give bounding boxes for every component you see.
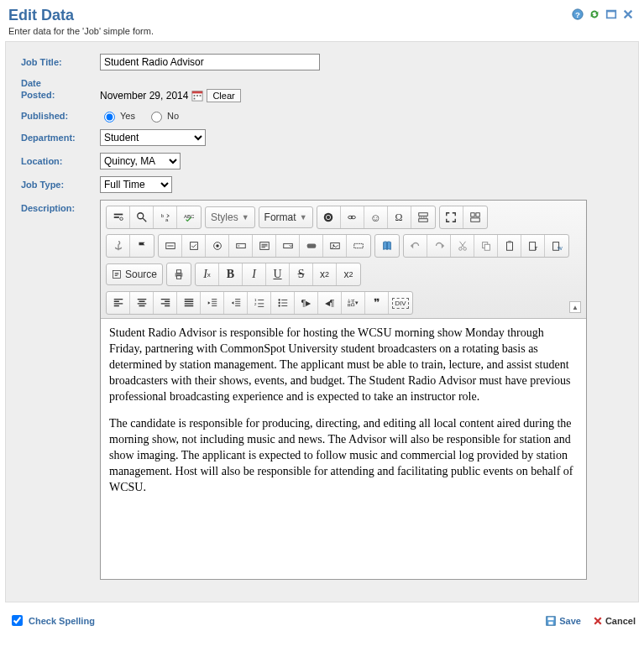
location-select[interactable]: Quincy, MA — [100, 153, 181, 169]
description-p1: Student Radio Advisor is responsible for… — [109, 326, 578, 404]
source-button[interactable]: Source — [106, 263, 163, 285]
textfield-icon[interactable] — [229, 235, 253, 257]
print-icon[interactable] — [167, 263, 191, 285]
label-location: Location: — [21, 156, 100, 166]
emoji-icon[interactable]: ☺ — [364, 206, 388, 228]
checkbox-icon[interactable] — [182, 235, 206, 257]
replace-icon[interactable]: ba — [154, 206, 177, 228]
paste-icon[interactable] — [498, 235, 521, 257]
image-button-icon[interactable] — [323, 235, 347, 257]
svg-rect-35 — [354, 243, 364, 248]
published-no-radio[interactable]: No — [147, 109, 179, 123]
show-blocks-icon[interactable] — [463, 206, 487, 228]
textarea-icon[interactable] — [253, 235, 276, 257]
svg-rect-23 — [475, 213, 479, 216]
svg-text:ABC: ABC — [184, 213, 195, 219]
outdent-icon[interactable] — [201, 292, 224, 314]
subscript-button[interactable]: x2 — [313, 263, 337, 285]
form-body: Job Title: DatePosted: November 29, 2014… — [5, 41, 639, 602]
svg-rect-29 — [236, 243, 245, 248]
anchor-icon[interactable] — [107, 235, 130, 257]
align-left-icon[interactable] — [107, 292, 130, 314]
radio-icon[interactable] — [206, 235, 229, 257]
button-form-icon[interactable] — [300, 235, 323, 257]
bold-button[interactable]: B — [219, 263, 243, 285]
check-spelling-checkbox[interactable]: Check Spelling — [8, 613, 95, 628]
clear-date-button[interactable]: Clear — [207, 89, 240, 102]
indent-icon[interactable] — [224, 292, 248, 314]
bullet-list-icon[interactable] — [271, 292, 295, 314]
blockquote-icon[interactable]: ❞ — [365, 292, 389, 314]
refresh-icon[interactable] — [589, 8, 600, 22]
svg-rect-9 — [194, 98, 196, 100]
date-posted-value: November 29, 2014 — [100, 90, 188, 102]
align-justify-icon[interactable] — [177, 292, 201, 314]
align-right-icon[interactable] — [154, 292, 177, 314]
calendar-icon[interactable] — [191, 90, 203, 102]
svg-rect-39 — [484, 244, 490, 250]
language-icon[interactable]: 話▾ — [342, 292, 365, 314]
numbered-list-icon[interactable]: 12 — [248, 292, 271, 314]
redo-icon[interactable] — [427, 235, 451, 257]
format-combo[interactable]: Format▼ — [259, 206, 313, 228]
close-icon[interactable] — [622, 8, 634, 22]
ltr-icon[interactable]: ¶▶ — [295, 292, 318, 314]
align-center-icon[interactable] — [130, 292, 154, 314]
paste-text-icon[interactable]: T — [521, 235, 545, 257]
save-button[interactable]: Save — [545, 615, 581, 627]
job-type-select[interactable]: Full Time — [100, 176, 172, 193]
dialog-header: Edit Data Enter data for the 'Job' simpl… — [0, 0, 644, 41]
styles-combo[interactable]: Styles▼ — [205, 206, 255, 228]
svg-rect-7 — [197, 95, 199, 96]
find-icon[interactable] — [130, 206, 154, 228]
omega-icon[interactable]: Ω — [388, 206, 411, 228]
svg-rect-11 — [113, 216, 118, 218]
italic2-button[interactable]: I — [243, 263, 266, 285]
italic-button[interactable]: Ix — [196, 263, 219, 285]
underline-button[interactable]: U — [266, 263, 290, 285]
help-icon[interactable]: ? — [572, 8, 584, 22]
maximize-editor-icon[interactable] — [440, 206, 463, 228]
copy-icon[interactable] — [474, 235, 498, 257]
collapse-toolbar-icon[interactable]: ▲ — [569, 301, 581, 313]
svg-point-17 — [324, 213, 333, 222]
rich-text-editor: ba ABC Styles▼ Format▼ ☺ Ω — [100, 200, 587, 580]
edit-data-dialog: Edit Data Enter data for the 'Job' simpl… — [0, 0, 644, 637]
superscript-button[interactable]: x2 — [337, 263, 360, 285]
undo-icon[interactable] — [404, 235, 427, 257]
svg-rect-8 — [200, 95, 202, 96]
spellcheck-icon[interactable]: ABC — [177, 206, 201, 228]
svg-rect-20 — [418, 213, 427, 216]
strike-button[interactable]: S — [290, 263, 313, 285]
svg-point-28 — [216, 244, 219, 248]
label-job-title: Job Title: — [21, 57, 100, 67]
cancel-button[interactable]: Cancel — [593, 615, 636, 627]
flag-icon[interactable] — [130, 235, 154, 257]
pagebreak-icon[interactable] — [411, 206, 435, 228]
published-yes-radio[interactable]: Yes — [100, 109, 135, 123]
svg-text:T: T — [534, 245, 537, 251]
div-icon[interactable]: DIV — [389, 292, 412, 314]
svg-rect-41 — [508, 241, 511, 243]
svg-rect-57 — [549, 621, 553, 624]
editor-content-area[interactable]: Student Radio Advisor is responsible for… — [101, 319, 586, 579]
svg-point-13 — [137, 213, 143, 219]
svg-rect-48 — [176, 270, 181, 274]
job-title-input[interactable] — [100, 54, 320, 70]
svg-point-19 — [351, 216, 355, 219]
unlink-icon[interactable] — [341, 206, 364, 228]
link-icon[interactable] — [317, 206, 341, 228]
svg-text:b: b — [160, 212, 164, 218]
select-icon[interactable] — [276, 235, 300, 257]
svg-rect-49 — [176, 276, 181, 279]
department-select[interactable]: Student — [100, 129, 206, 146]
rtl-icon[interactable]: ◀¶ — [318, 292, 342, 314]
svg-rect-32 — [306, 243, 316, 248]
toolbar-btn[interactable] — [107, 206, 130, 228]
hidden-field-icon[interactable] — [347, 235, 370, 257]
form-icon[interactable] — [159, 235, 182, 257]
book-icon[interactable] — [375, 235, 399, 257]
maximize-icon[interactable] — [605, 8, 617, 22]
paste-word-icon[interactable]: W — [545, 235, 568, 257]
cut-icon[interactable] — [451, 235, 474, 257]
